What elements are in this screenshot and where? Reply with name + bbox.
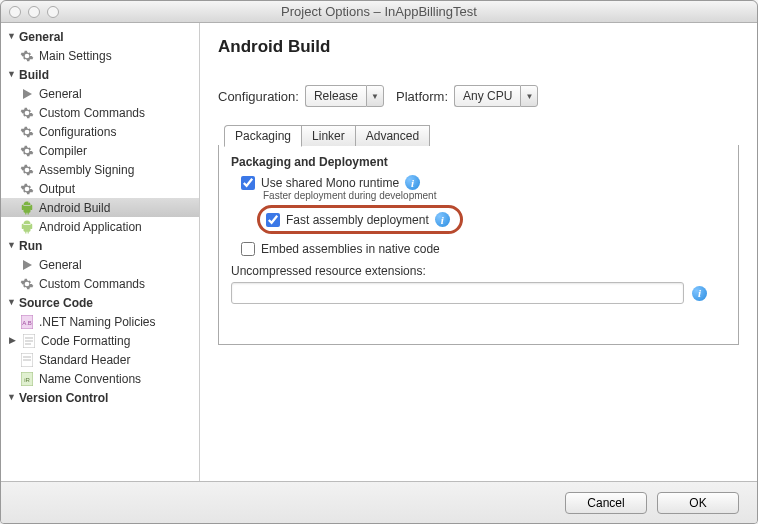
ok-button[interactable]: OK [657,492,739,514]
minimize-icon[interactable] [28,6,40,18]
dropdown-value: Any CPU [454,85,520,107]
gear-icon [19,48,35,64]
shared-mono-row: Use shared Mono runtime i [241,175,726,190]
sidebar-item-label: Custom Commands [39,277,145,291]
cancel-button[interactable]: Cancel [565,492,647,514]
tree-group-general[interactable]: ▼ General [1,27,199,46]
sidebar-item-assembly-signing[interactable]: Assembly Signing [1,160,199,179]
platform-dropdown[interactable]: Any CPU ▼ [454,85,538,107]
tree-group-build[interactable]: ▼ Build [1,65,199,84]
document-icon [19,352,35,368]
sidebar-item-label: Android Build [39,201,110,215]
chevron-down-icon: ▼ [7,240,17,250]
tab-linker[interactable]: Linker [301,125,356,146]
chevron-down-icon: ▼ [7,31,17,41]
sidebar-item-label: Code Formatting [41,334,130,348]
sidebar-item-label: Output [39,182,75,196]
window-title: Project Options – InAppBillingTest [1,4,757,19]
tab-packaging[interactable]: Packaging [224,125,302,147]
platform-label: Platform: [396,89,448,104]
gear-icon [19,276,35,292]
tree-group-run[interactable]: ▼ Run [1,236,199,255]
embed-checkbox[interactable] [241,242,255,256]
shared-mono-sub: Faster deployment during development [263,190,726,201]
config-row: Configuration: Release ▼ Platform: Any C… [218,85,739,107]
sidebar-item-build-general[interactable]: General [1,84,199,103]
svg-text:iR: iR [24,377,30,383]
sidebar-item-label: Android Application [39,220,142,234]
chevron-down-icon: ▼ [7,69,17,79]
gear-icon [19,105,35,121]
chevron-down-icon: ▼ [7,392,17,402]
chevron-down-icon: ▼ [520,85,538,107]
sidebar-item-android-application[interactable]: Android Application [1,217,199,236]
group-label: Version Control [19,391,108,405]
sidebar-item-label: Standard Header [39,353,130,367]
play-icon [19,257,35,273]
sidebar-item-name-conventions[interactable]: iR Name Conventions [1,369,199,388]
tab-panel: Packaging and Deployment Use shared Mono… [218,145,739,345]
page-title: Android Build [218,37,739,57]
chevron-down-icon: ▼ [7,297,17,307]
sidebar-item-main-settings[interactable]: Main Settings [1,46,199,65]
configuration-dropdown[interactable]: Release ▼ [305,85,384,107]
info-icon[interactable]: i [405,175,420,190]
gear-icon [19,162,35,178]
traffic-lights [9,6,59,18]
group-label: Run [19,239,42,253]
group-label: Source Code [19,296,93,310]
main-panel: Android Build Configuration: Release ▼ P… [200,23,757,481]
sidebar-item-output[interactable]: Output [1,179,199,198]
chevron-down-icon: ▼ [366,85,384,107]
tabs-container: Packaging Linker Advanced Packaging and … [218,125,739,345]
window: Project Options – InAppBillingTest ▼ Gen… [0,0,758,524]
sidebar-item-configurations[interactable]: Configurations [1,122,199,141]
tree-group-version-control[interactable]: ▼ Version Control [1,388,199,407]
sidebar-item-label: General [39,258,82,272]
sidebar-item-run-custom-commands[interactable]: Custom Commands [1,274,199,293]
checkbox-label: Embed assemblies in native code [261,242,440,256]
document-icon: A.B [19,314,35,330]
gear-icon [19,124,35,140]
fast-deploy-checkbox[interactable] [266,213,280,227]
dropdown-value: Release [305,85,366,107]
section-title: Packaging and Deployment [231,155,726,169]
uncompressed-label: Uncompressed resource extensions: [231,264,726,278]
sidebar-item-net-naming-policies[interactable]: A.B .NET Naming Policies [1,312,199,331]
document-icon [21,333,37,349]
fast-deploy-highlight: Fast assembly deployment i [257,205,463,234]
sidebar-item-run-general[interactable]: General [1,255,199,274]
android-icon [19,219,35,235]
svg-text:A.B: A.B [22,320,32,326]
tree-group-source-code[interactable]: ▼ Source Code [1,293,199,312]
info-icon[interactable]: i [435,212,450,227]
sidebar-item-label: Assembly Signing [39,163,134,177]
document-icon: iR [19,371,35,387]
sidebar-item-label: Configurations [39,125,116,139]
shared-mono-checkbox[interactable] [241,176,255,190]
sidebar-item-code-formatting[interactable]: ▶ Code Formatting [1,331,199,350]
sidebar-item-compiler[interactable]: Compiler [1,141,199,160]
play-icon [19,86,35,102]
sidebar-item-label: Compiler [39,144,87,158]
tab-advanced[interactable]: Advanced [355,125,430,146]
zoom-icon[interactable] [47,6,59,18]
sidebar-item-android-build[interactable]: Android Build [1,198,199,217]
sidebar-item-label: Name Conventions [39,372,141,386]
uncompressed-input[interactable] [231,282,684,304]
configuration-label: Configuration: [218,89,299,104]
sidebar-item-label: Main Settings [39,49,112,63]
titlebar: Project Options – InAppBillingTest [1,1,757,23]
sidebar-item-standard-header[interactable]: Standard Header [1,350,199,369]
group-label: General [19,30,64,44]
checkbox-label: Use shared Mono runtime [261,176,399,190]
group-label: Build [19,68,49,82]
sidebar: ▼ General Main Settings ▼ Build General … [1,23,200,481]
android-icon [19,200,35,216]
sidebar-item-custom-commands[interactable]: Custom Commands [1,103,199,122]
sidebar-item-label: .NET Naming Policies [39,315,155,329]
close-icon[interactable] [9,6,21,18]
info-icon[interactable]: i [692,286,707,301]
gear-icon [19,143,35,159]
sidebar-item-label: Custom Commands [39,106,145,120]
